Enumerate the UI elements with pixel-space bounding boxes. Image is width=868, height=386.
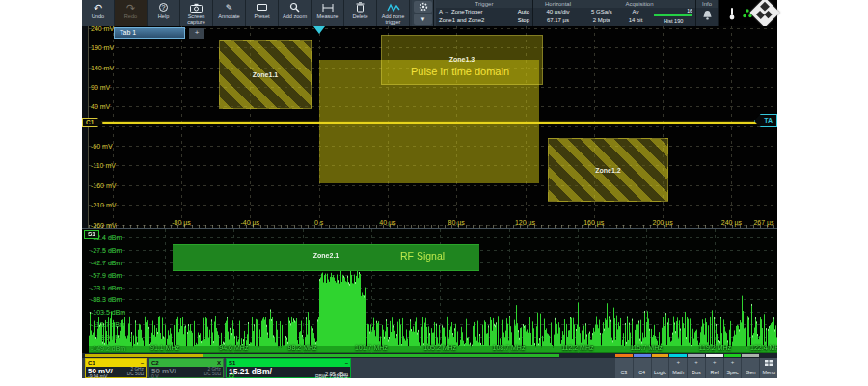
channel-button-label: C3: [620, 370, 627, 375]
channel-button-c3[interactable]: C3: [615, 358, 633, 378]
spectrum-x-axis-label: 112.2 MHz: [561, 345, 593, 351]
time-vgridline: [181, 26, 182, 228]
zone-1-1[interactable]: Zone1.1: [219, 40, 312, 109]
channel-button-menu[interactable]: Menu: [760, 358, 777, 378]
zone-1-2[interactable]: Zone1.2: [548, 138, 668, 202]
toolbar-button-measure[interactable]: Measure: [312, 0, 344, 26]
c1-signal-block[interactable]: C1 – 50 mV/ 2 GHzDC 50Ω -9.94 mV: [85, 358, 147, 378]
tab-tab1[interactable]: Tab 1: [114, 27, 185, 39]
c2-coupling: 2 GHzDC 50Ω: [204, 367, 221, 376]
y-axis-label: -110 mV: [91, 162, 116, 169]
spectrum-x-axis-label: 91.1 MHz: [150, 345, 179, 351]
toolbar-button-help[interactable]: ?Help: [148, 0, 180, 26]
trigger-panel[interactable]: Trigger A → ZoneTrigger Auto Zone1 and Z…: [436, 0, 533, 26]
magnifier-icon: [289, 2, 300, 13]
channel-color-stripe: [688, 354, 705, 357]
acquisition-mode: Av: [620, 8, 652, 16]
acquisition-panel-title: Acquisition: [583, 0, 695, 8]
horizontal-panel-title: Horizontal: [533, 0, 583, 8]
toolbar-button-preset[interactable]: Preset: [246, 0, 279, 26]
trigger-position-marker[interactable]: [313, 26, 325, 34]
pencil-icon: ✎: [226, 2, 233, 13]
toolbar-button-label: Add zone trigger: [377, 14, 409, 25]
undo-icon: ↶: [94, 2, 102, 13]
toolbar-button-screen-capture[interactable]: Screen capture: [180, 0, 213, 26]
time-hgridline: [89, 185, 777, 186]
pulse-annotation: Pulse in time domain: [381, 66, 539, 77]
horizontal-panel[interactable]: Horizontal 40 µs/div 67.17 µs: [533, 0, 583, 26]
toolbar-buttons: ↶Undo↷Redo?HelpScreen capture✎AnnotatePr…: [82, 0, 410, 26]
spectrum-x-axis-label: 122.4 MHz: [750, 345, 777, 351]
channel-button-label: Menu: [762, 370, 775, 375]
s1-badge[interactable]: S1: [84, 230, 99, 239]
channel-button-math[interactable]: +Math: [669, 358, 687, 378]
toolbar-button-add-zone-trigger[interactable]: Add zone trigger: [377, 0, 410, 26]
channel-color-stripe: [634, 354, 651, 357]
preset-rect-icon: [257, 2, 267, 13]
spectrum-x-axis-label: 101.7 MHz: [355, 345, 388, 351]
channel-button-label: C4: [638, 370, 645, 375]
caliper-icon: [322, 2, 334, 13]
channel-button-label: Gen: [746, 370, 755, 375]
info-panel-title: Info: [696, 0, 718, 8]
y-axis-label: 140 mV: [91, 64, 114, 70]
plus-icon: +: [688, 359, 705, 365]
s1-scale: 15.21 dBm/: [229, 367, 272, 376]
channel-button-label: Bus: [692, 370, 700, 375]
channel-color-stripe: [724, 354, 742, 357]
toolbar-button-label: Delete: [352, 14, 367, 19]
c2-signal-block[interactable]: C2 X 50 mV/ 2 GHzDC 50Ω 0 V: [149, 358, 224, 378]
trigger-state: Stop: [518, 16, 529, 25]
spectrum-x-axis-label: 115.7 MHz: [630, 345, 662, 351]
toolbar-button-delete[interactable]: Delete: [344, 0, 377, 26]
c2-close[interactable]: X: [217, 359, 221, 367]
trigger-mode: Auto: [518, 8, 529, 16]
channel-button-ref[interactable]: +Ref: [706, 358, 723, 378]
channel-button-c4[interactable]: C4: [634, 358, 651, 378]
spectrum-x-axis-label: 119.2 MHz: [699, 345, 731, 351]
c1-minimize[interactable]: –: [141, 359, 144, 367]
zone-wave-icon: [387, 2, 400, 13]
channel-button-logic[interactable]: Logic: [652, 358, 669, 378]
s1-source: C2: [229, 373, 234, 379]
zone-1-2-label: Zone1.2: [595, 167, 620, 174]
acquisition-panel[interactable]: Acquisition 5 GSa/s 2 Mpts Av 14 bit 16 …: [583, 0, 696, 26]
toolbar-button-add-zoom[interactable]: Add zoom: [279, 0, 312, 26]
hist-count: 16: [687, 8, 692, 14]
gear-icon: [419, 2, 428, 12]
channel-button-gen[interactable]: Gen: [742, 358, 759, 378]
toolbar-button-label: Help: [158, 14, 170, 19]
info-panel[interactable]: Info: [696, 0, 719, 26]
add-tab-button[interactable]: +: [189, 28, 204, 39]
collapse-chevron-button[interactable]: ▼: [414, 14, 432, 25]
camera-icon: [190, 2, 203, 13]
channel-color-stripe: [615, 354, 633, 357]
toolbar-button-undo[interactable]: ↶Undo: [82, 0, 115, 26]
toolbar: ↶Undo↷Redo?HelpScreen capture✎AnnotatePr…: [82, 0, 777, 26]
s1-minimize[interactable]: –: [345, 359, 348, 367]
c1-offset: -9.94 mV: [88, 373, 107, 379]
status-bar: C1 – 50 mV/ 2 GHzDC 50Ω -9.94 mV C2 X 50…: [82, 358, 777, 378]
c1-trace: [89, 122, 777, 124]
s1-signal-block[interactable]: S1 – 15.21 dBm/ 2.95 dBm C2 RBW: 7.01 kH…: [226, 358, 351, 378]
help-icon: ?: [159, 2, 168, 13]
toolbar-button-annotate[interactable]: ✎Annotate: [213, 0, 246, 26]
trigger-panel-title: Trigger: [436, 0, 532, 8]
s1-name: S1: [229, 359, 235, 367]
toolbar-settings-column: ▼: [412, 0, 434, 26]
channel-color-stripe: [669, 354, 687, 357]
channel-button-bus[interactable]: +Bus: [688, 358, 705, 378]
settings-gear-button[interactable]: [414, 1, 432, 13]
bell-icon: [702, 10, 713, 21]
toolbar-button-label: Screen capture: [180, 14, 212, 25]
time-hgridline: [89, 205, 777, 206]
channel-button-label: Math: [672, 370, 684, 375]
channel-button-spec[interactable]: +Spec: [724, 358, 742, 378]
y-axis-label: 90 mV: [91, 84, 110, 91]
toolbar-button-redo[interactable]: ↷Redo: [115, 0, 148, 26]
c2-name: C2: [151, 359, 159, 367]
channel-color-stripe: [742, 354, 759, 357]
y-axis-label: 40 mV: [91, 103, 110, 110]
zone-1-3-label: Zone1.3: [381, 56, 543, 63]
y-axis-label: -210 mV: [91, 202, 116, 208]
